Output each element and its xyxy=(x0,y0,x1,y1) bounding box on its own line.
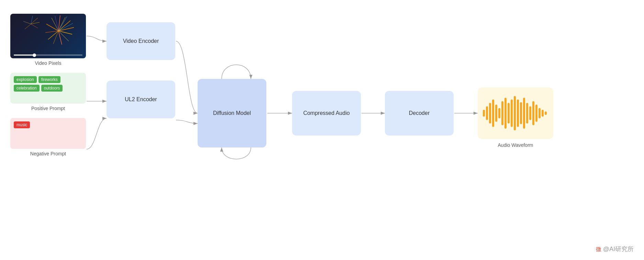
negative-prompt-label: Negative Prompt xyxy=(10,151,86,156)
svg-line-13 xyxy=(55,16,58,31)
tag-fireworks: fireworks xyxy=(38,76,60,83)
svg-line-19 xyxy=(23,21,31,24)
svg-rect-39 xyxy=(538,108,541,118)
svg-rect-26 xyxy=(498,108,500,118)
svg-line-2 xyxy=(58,31,72,34)
svg-rect-33 xyxy=(520,102,522,124)
svg-rect-27 xyxy=(501,101,503,125)
waveform-svg xyxy=(481,93,550,134)
progress-dot xyxy=(33,54,36,57)
video-box xyxy=(10,14,86,58)
svg-rect-31 xyxy=(514,96,516,130)
ul2-encoder-box: UL2 Encoder xyxy=(107,81,175,118)
diffusion-model-box: Diffusion Model xyxy=(198,79,266,147)
tag-music: music xyxy=(14,121,30,128)
svg-rect-23 xyxy=(489,103,491,123)
svg-line-18 xyxy=(25,24,31,29)
svg-rect-24 xyxy=(492,99,494,127)
positive-tags: explosion fireworks celebration outdoors xyxy=(14,76,82,92)
svg-rect-22 xyxy=(486,106,488,120)
negative-prompt-box: music xyxy=(10,118,86,149)
input-column: Video Pixels explosion fireworks celebra… xyxy=(10,14,86,156)
watermark: 微 @AI研究所 xyxy=(596,245,634,253)
svg-rect-36 xyxy=(529,106,531,120)
svg-rect-41 xyxy=(545,111,547,115)
tag-celebration: celebration xyxy=(14,85,40,92)
svg-line-17 xyxy=(31,24,38,28)
progress-fill xyxy=(14,55,34,56)
svg-rect-37 xyxy=(532,101,534,125)
watermark-weibo-icon: 微 xyxy=(596,246,601,252)
compressed-audio-box: Compressed Audio xyxy=(292,91,361,135)
diagram-container: Video Pixels explosion fireworks celebra… xyxy=(0,0,644,260)
svg-rect-35 xyxy=(526,103,528,123)
svg-rect-38 xyxy=(535,105,537,122)
positive-prompt-group: explosion fireworks celebration outdoors… xyxy=(10,73,86,111)
audio-waveform-label: Audio Waveform xyxy=(478,142,553,148)
progress-bar xyxy=(14,55,82,56)
negative-prompt-group: music Negative Prompt xyxy=(10,118,86,156)
svg-rect-32 xyxy=(517,99,519,127)
video-controls xyxy=(10,55,86,56)
video-encoder-box: Video Encoder xyxy=(107,22,175,60)
svg-line-4 xyxy=(58,31,62,45)
tag-outdoors: outdoors xyxy=(41,85,63,92)
tag-explosion: explosion xyxy=(14,76,37,83)
video-input-group: Video Pixels xyxy=(10,14,86,66)
svg-rect-28 xyxy=(504,98,507,129)
negative-tags: music xyxy=(14,121,82,128)
svg-line-16 xyxy=(31,22,40,24)
svg-rect-25 xyxy=(495,105,497,122)
positive-prompt-box: explosion fireworks celebration outdoors xyxy=(10,73,86,104)
svg-rect-21 xyxy=(483,110,485,117)
svg-rect-40 xyxy=(542,110,544,117)
encoder-column: Video Encoder UL2 Encoder xyxy=(107,22,175,118)
svg-rect-30 xyxy=(511,99,513,127)
svg-rect-29 xyxy=(508,103,510,123)
video-label: Video Pixels xyxy=(10,60,86,66)
positive-prompt-label: Positive Prompt xyxy=(10,106,86,111)
svg-rect-34 xyxy=(523,98,525,129)
decoder-box: Decoder xyxy=(385,91,454,135)
audio-waveform-box xyxy=(478,87,553,139)
